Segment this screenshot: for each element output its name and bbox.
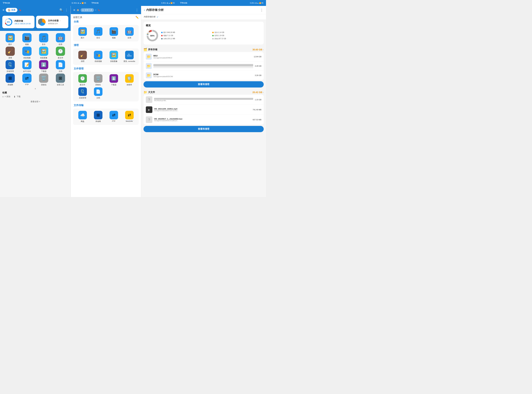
tools-grid-clean: 🧹 清理 🎭 伪装视频 🖼️ 伪装图像 [75,51,136,62]
tool-downloader[interactable]: ⬇️ 下载器 [36,60,52,73]
tools-section-transfer-card: ☁️ 网盘 ⊞ 局域网 ⇄ FTP ⇄ WebD [73,109,139,125]
storage-item-dcim[interactable]: 📁 DCIM /storage/emulated/0/DCIM/ 3.26 GB [144,71,264,80]
tool-compress[interactable]: 🗜️ 压缩管理 [2,60,18,73]
trash-label: 回收站 [41,83,47,86]
tool-filemgr-vault[interactable]: 🛡️ 加密库 [122,74,136,86]
tool-clean[interactable]: 🧹 清理 [2,47,18,59]
tool-lan[interactable]: ⊞ 局域网 [2,73,18,86]
tool-clean-clean[interactable]: 🧹 清理 [75,51,90,62]
time-storage: 下午4:55 [180,2,187,4]
storage-scroll-area[interactable]: 概览 [141,20,266,197]
tool-ftp[interactable]: ⇄ FTP [19,73,35,86]
legend-music-label: 音乐:1.14 GB [214,31,224,34]
tool-transfer-ftp[interactable]: ⇄ FTP [107,111,121,123]
tool-cat-music[interactable]: 🎵 音乐 [91,27,105,39]
tool-transfer-webdav[interactable]: ⇄ WebDAV [122,111,136,123]
disguise-image-icon: 🖼️ [39,47,48,56]
tool-clean-nomedia[interactable]: .nomedia 查找 .nomedia [122,51,136,62]
tool-clean-disguise-video[interactable]: 🎭 伪装视频 [91,51,105,62]
filemgr-trash-label: 回收站 [95,83,101,86]
header-right-home: 🔍 ⋮ [59,8,68,12]
pictures-label: 图片 [8,43,12,46]
tool-new-files[interactable]: 🕐 新文件 [52,47,68,59]
tools-more-icon[interactable]: ⋮ [136,8,138,12]
tool-music[interactable]: 🎵 音乐 [36,33,52,46]
tool-disguise-image[interactable]: 🖼️ 伪装图像 [36,47,52,59]
overview-title: 概览 [146,24,261,27]
internal-storage-card[interactable]: 88% 内部存储 → 198.21 GB/226.18 GB [2,16,35,28]
storage-item-miui[interactable]: 📁 MIUI /storage/emulated/0/MIUI/ 12.84 G… [144,52,264,61]
tool-cat-apps[interactable]: 🤖 应用 [122,27,136,39]
dcim-folder-icon: 📁 [146,73,152,78]
tool-all-tools[interactable]: ⊞ 全部工具 [52,73,68,86]
download-favorite-btn[interactable]: ⬇ 下载 [14,95,21,98]
legend-other: 其他:187.72 GB [212,38,261,40]
filemgr-compress-icon: 🗜️ [78,87,87,96]
large-file-3[interactable]: ? VID_20220617_1...efed1b602.lsav /stora… [144,115,264,124]
file-thumb-3-icon: ? [148,118,150,122]
legend-apps: 应用:1.19 GB [212,35,261,37]
search-icon-home[interactable]: 🔍 [59,8,63,12]
file-name-1: ████████████████.ak [154,98,253,100]
storage-more-icon[interactable]: ⋮ [260,8,263,12]
view-all-btn[interactable]: 查看全部 > [0,99,71,105]
music-icon: 🎵 [39,33,48,42]
tool-transfer-lan[interactable]: ⊞ 局域网 [91,111,105,123]
tool-pc-access[interactable]: 📝 从PC访问 [19,60,35,73]
header-left-home: ≡ 🏠 主页 🔖 [3,8,21,12]
large-file-1[interactable]: ? ████████████████.ak /MIUI/backup/AllB.… [144,95,264,105]
legend-dot-docs [161,38,162,39]
tool-clean-disguise-image[interactable]: 🖼️ 伪装图像 [107,51,121,62]
downloader-icon: ⬇️ [39,60,48,69]
tools-scroll-area[interactable]: 全部工具 ✏️ 分类 🖼️ 图片 🎵 音乐 [71,14,141,197]
tool-cat-video[interactable]: 🎬 视频 [107,27,121,39]
tools-menu-icon[interactable]: ≡ [73,8,75,12]
tab-all-tools-label: 全部工具 [84,9,92,11]
dcim-name: DCIM [153,73,253,76]
tools-section-category-title: 分类 [73,20,139,23]
overview-donut: 88% [146,29,159,42]
tab-all-tools[interactable]: ⊞ 全部工具 [81,8,94,12]
tool-pictures[interactable]: 🖼️ 图片 [2,33,18,46]
hamburger-icon[interactable]: ≡ [3,8,5,12]
tool-filemgr-newfile[interactable]: 🕐 新文件 [75,74,90,86]
filemgr-newfile-label: 新文件 [80,83,85,86]
clean-disguise-video-icon: 🎭 [94,51,102,59]
tool-disguise-video[interactable]: 🎭 伪装视频 [19,47,35,59]
tool-transfer-cloud[interactable]: ☁️ 网盘 [75,111,90,123]
all-storage-section-header[interactable]: 🗂️ 所有存储 30.60 GB › [144,47,264,52]
large-file-2[interactable]: ▶ VID_20211204_153911.mp4 /storage/emula… [144,105,264,115]
home-tab[interactable]: 🏠 主页 [6,8,17,12]
tool-trash[interactable]: 🗑️ 回收站 [36,73,52,86]
tools-section-transfer-title: 文件传输 [73,104,139,107]
tool-filemgr-docs[interactable]: 📄 文档 [91,87,105,99]
all-tools-icon: ⊞ [56,73,65,83]
file-path-3: /storage/emulated/0/MIUI/Gallery/cl... [154,120,251,121]
more-icon-home[interactable]: ⋮ [65,8,68,12]
legend-apps-label: 应用:1.19 GB [214,35,224,37]
transfer-webdav-icon: ⇄ [125,111,134,119]
large-files-clean-btn[interactable]: 查看和清理 [144,126,264,132]
tool-docs[interactable]: 📄 文档 [52,60,68,73]
analyzer-card[interactable]: 文件分析器 → 清理更多文件 [36,16,68,28]
storage-item-blurred[interactable]: 📁 ██████████ /██████████████ 4.28 GB [144,61,264,71]
miui-path: /storage/emulated/0/MIUI/ [153,57,252,59]
tools-edit-icon[interactable]: ✏️ [136,16,139,19]
large-files-section: 📁 大文件 20.42 GB › ? ███████████████ [144,89,264,132]
tool-apps[interactable]: 🤖 应用 [52,33,68,46]
add-favorite-btn[interactable]: + + 添加 [2,95,10,98]
blurred-info: ██████████ /██████████████ [153,64,253,68]
tool-video[interactable]: 🎬 视频 [19,33,35,46]
large-files-icon: 📁 [144,90,147,94]
tool-filemgr-trash[interactable]: 🗑️ 回收站 [91,74,105,86]
all-storage-clean-btn[interactable]: 查看和清理 [144,81,264,88]
large-files-section-header[interactable]: 📁 大文件 20.42 GB › [144,89,264,95]
tab-close-icon[interactable]: × [95,9,96,11]
tool-filemgr-downloader[interactable]: ⬇️ 下载器 [107,74,121,86]
analyzer-pie-icon [38,18,46,26]
tool-filemgr-compress[interactable]: 🗜️ 压缩管理 [75,87,90,99]
back-icon[interactable]: ‹ [144,8,145,12]
file-name-2: VID_20211204_153911.mp4 [154,108,251,110]
tool-cat-pictures[interactable]: 🖼️ 图片 [75,27,90,39]
status-bar-home: 下午4:54 32.4K/s ⊠ ▲ 📶 85 [0,0,89,6]
